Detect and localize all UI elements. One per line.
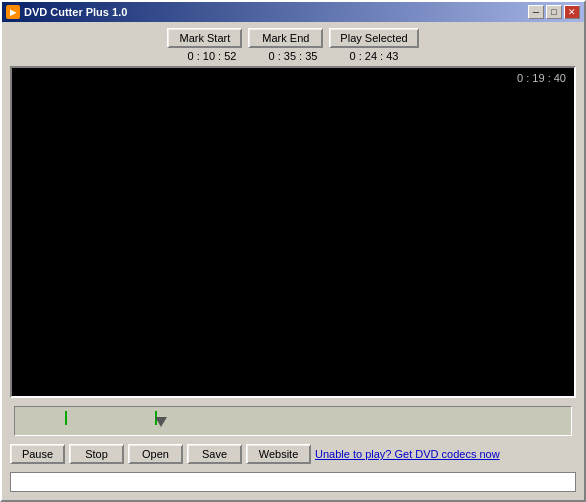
status-row xyxy=(8,470,578,494)
maximize-button[interactable]: □ xyxy=(546,5,562,19)
timecodes-row: 0 : 10 : 52 0 : 35 : 35 0 : 24 : 43 xyxy=(171,50,416,62)
title-buttons: ─ □ ✕ xyxy=(528,5,580,19)
close-button[interactable]: ✕ xyxy=(564,5,580,19)
minimize-button[interactable]: ─ xyxy=(528,5,544,19)
selected-duration-timecode: 0 : 24 : 43 xyxy=(337,50,412,62)
title-bar: ▶ DVD Cutter Plus 1.0 ─ □ ✕ xyxy=(2,2,584,22)
slider-track[interactable] xyxy=(15,407,571,435)
slider-track-container[interactable] xyxy=(14,406,572,436)
slider-area xyxy=(8,402,578,438)
top-controls: Mark Start Mark End Play Selected 0 : 10… xyxy=(8,28,578,62)
website-button[interactable]: Website xyxy=(246,444,311,464)
codecs-link[interactable]: Unable to play? Get DVD codecs now xyxy=(315,448,500,460)
main-window: ▶ DVD Cutter Plus 1.0 ─ □ ✕ Mark Start M… xyxy=(0,0,586,502)
title-bar-left: ▶ DVD Cutter Plus 1.0 xyxy=(6,5,127,19)
stop-button[interactable]: Stop xyxy=(69,444,124,464)
mark-start-button[interactable]: Mark Start xyxy=(167,28,242,48)
bottom-controls-row: Pause Stop Open Save Website Unable to p… xyxy=(8,442,578,466)
mark-end-button[interactable]: Mark End xyxy=(248,28,323,48)
content-area: Mark Start Mark End Play Selected 0 : 10… xyxy=(2,22,584,500)
current-time-display: 0 : 19 : 40 xyxy=(517,72,566,84)
status-bar xyxy=(10,472,576,492)
app-icon: ▶ xyxy=(6,5,20,19)
main-buttons-row: Mark Start Mark End Play Selected xyxy=(167,28,418,48)
marker-start xyxy=(65,411,67,425)
end-timecode: 0 : 35 : 35 xyxy=(256,50,331,62)
open-button[interactable]: Open xyxy=(128,444,183,464)
window-title: DVD Cutter Plus 1.0 xyxy=(24,6,127,18)
pause-button[interactable]: Pause xyxy=(10,444,65,464)
save-button[interactable]: Save xyxy=(187,444,242,464)
start-timecode: 0 : 10 : 52 xyxy=(175,50,250,62)
playhead xyxy=(155,417,167,427)
play-selected-button[interactable]: Play Selected xyxy=(329,28,418,48)
video-panel: 0 : 19 : 40 xyxy=(10,66,576,398)
